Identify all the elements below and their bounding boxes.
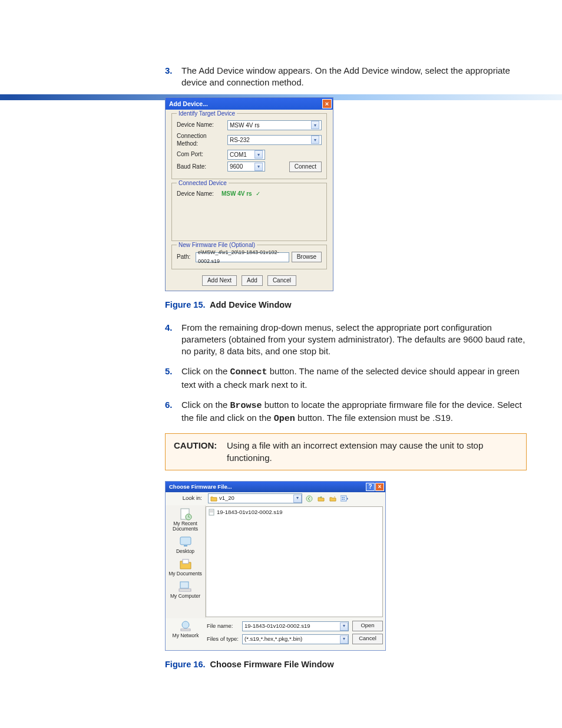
- chevron-down-icon[interactable]: ▾: [340, 635, 348, 644]
- cancel-button[interactable]: Cancel: [352, 634, 383, 644]
- device-name-value: MSW 4V rs: [230, 121, 260, 130]
- chevron-down-icon[interactable]: ▾: [254, 150, 263, 159]
- chevron-down-icon[interactable]: ▾: [340, 622, 348, 631]
- connected-device-label: Device Name:: [177, 190, 222, 198]
- group-title: New Firmware File (Optional): [177, 241, 257, 249]
- figure-15-caption: Figure 15. Add Device Window: [165, 299, 527, 311]
- baud-rate-dropdown[interactable]: 9600 ▾: [227, 162, 265, 172]
- cancel-button[interactable]: Cancel: [267, 275, 296, 286]
- svg-rect-17: [181, 629, 190, 631]
- figure-title: Add Device Window: [210, 300, 291, 309]
- up-folder-icon[interactable]: [316, 494, 326, 503]
- desktop-icon: [178, 535, 193, 548]
- text-fragment: button. The file extension must be .S19.: [295, 413, 453, 423]
- sidebar-label: My Documents: [168, 571, 202, 577]
- path-value: e\MSW_4\v1_20\19-1843-01v102-0002.s19: [198, 248, 287, 266]
- my-computer-icon: [178, 580, 192, 593]
- filetype-dropdown[interactable]: (*.s19,*.hex,*.pkg,*.bin) ▾: [242, 634, 349, 644]
- sidebar-my-documents[interactable]: My Documents: [168, 558, 202, 577]
- recent-documents-icon: [178, 508, 193, 521]
- file-list-area[interactable]: 19-1843-01v102-0002.s19: [206, 506, 383, 617]
- svg-rect-14: [210, 510, 213, 511]
- sidebar-desktop[interactable]: Desktop: [176, 535, 194, 554]
- chevron-down-icon[interactable]: ▾: [293, 495, 302, 503]
- connect-ref: Connect: [230, 367, 267, 377]
- com-port-label: Com Port:: [177, 150, 227, 159]
- sidebar-my-network[interactable]: My Network: [173, 620, 199, 638]
- help-icon[interactable]: ?: [366, 483, 375, 491]
- dialog-titlebar[interactable]: Choose Firmware File... ? ×: [166, 482, 385, 492]
- look-in-value: v1_20: [219, 495, 234, 502]
- content-area: 3. The Add Device window appears. On the…: [165, 65, 527, 670]
- svg-rect-10: [183, 559, 189, 564]
- open-button[interactable]: Open: [352, 621, 383, 631]
- step-number: 4.: [165, 322, 179, 358]
- filename-dropdown[interactable]: 19-1843-01v102-0002.s19 ▾: [242, 621, 349, 631]
- text-fragment: Click on the: [181, 400, 230, 410]
- look-in-dropdown[interactable]: v1_20 ▾: [208, 493, 302, 503]
- step-text: From the remaining drop-down menus, sele…: [181, 322, 527, 358]
- device-name-dropdown[interactable]: MSW 4V rs ▾: [227, 120, 322, 130]
- sidebar-recent-documents[interactable]: My Recent Documents: [166, 508, 205, 532]
- places-sidebar: My Recent Documents Desktop My Documents…: [166, 505, 206, 618]
- firmware-file-group: New Firmware File (Optional) Path: e\MSW…: [171, 245, 327, 269]
- path-label: Path:: [177, 253, 196, 261]
- svg-rect-11: [180, 582, 189, 588]
- file-item[interactable]: 19-1843-01v102-0002.s19: [208, 509, 381, 516]
- sidebar-label: Desktop: [176, 548, 194, 554]
- connection-method-label: Connection Method:: [177, 132, 227, 148]
- browse-button[interactable]: Browse: [292, 252, 322, 262]
- svg-rect-2: [342, 497, 343, 498]
- figure-label: Figure 16.: [165, 660, 206, 669]
- caution-box: CAUTION: Using a file with an incorrect …: [165, 433, 527, 470]
- view-menu-icon[interactable]: [340, 494, 349, 503]
- caution-label: CAUTION:: [174, 440, 227, 464]
- caution-text: Using a file with an incorrect extension…: [227, 440, 518, 464]
- filename-label: File name:: [206, 622, 242, 630]
- figure-title: Choose Firmware File Window: [210, 660, 334, 669]
- com-port-value: COM1: [230, 150, 247, 159]
- back-icon[interactable]: [305, 494, 314, 503]
- step-text: The Add Device window appears. On the Ad…: [181, 65, 527, 89]
- baud-rate-label: Baud Rate:: [177, 163, 227, 171]
- close-icon[interactable]: ×: [322, 99, 332, 108]
- sidebar-my-computer[interactable]: My Computer: [170, 580, 200, 599]
- connect-button[interactable]: Connect: [289, 162, 322, 172]
- folder-icon: [210, 495, 217, 502]
- svg-rect-8: [180, 537, 191, 545]
- group-title: Connected Device: [177, 179, 229, 187]
- connected-device-value: MSW 4V rs: [222, 190, 252, 198]
- chevron-down-icon[interactable]: ▾: [311, 121, 319, 129]
- text-fragment: Click on the: [181, 366, 230, 376]
- my-network-icon: [178, 620, 193, 632]
- connected-device-group: Connected Device Device Name: MSW 4V rs …: [171, 183, 327, 242]
- step-number: 6.: [165, 399, 179, 426]
- com-port-dropdown[interactable]: COM1 ▾: [227, 150, 265, 160]
- add-next-button[interactable]: Add Next: [202, 275, 237, 286]
- svg-rect-15: [210, 512, 213, 512]
- path-field[interactable]: e\MSW_4\v1_20\19-1843-01v102-0002.s19: [196, 252, 289, 262]
- chevron-down-icon[interactable]: ▾: [311, 136, 319, 144]
- add-device-window: Add Device... × Identify Target Device D…: [165, 97, 333, 292]
- filename-value: 19-1843-01v102-0002.s19: [244, 622, 310, 630]
- dialog-toolbar: Look in: v1_20 ▾: [166, 492, 385, 505]
- new-folder-icon[interactable]: [328, 494, 338, 503]
- svg-rect-1: [340, 496, 346, 501]
- my-documents-icon: [178, 558, 193, 571]
- filetype-value: (*.s19,*.hex,*.pkg,*.bin): [244, 635, 302, 643]
- step-number: 5.: [165, 365, 179, 391]
- figure-16-caption: Figure 16. Choose Firmware File Window: [165, 659, 527, 671]
- connection-method-dropdown[interactable]: RS-232 ▾: [227, 135, 322, 145]
- step-number: 3.: [165, 65, 179, 89]
- close-icon[interactable]: ×: [375, 483, 384, 491]
- open-ref: Open: [274, 414, 295, 424]
- add-button[interactable]: Add: [242, 275, 263, 286]
- identify-target-group: Identify Target Device Device Name: MSW …: [171, 113, 327, 179]
- connection-method-value: RS-232: [230, 136, 250, 144]
- chevron-down-icon[interactable]: ▾: [254, 163, 263, 171]
- window-titlebar[interactable]: Add Device... ×: [166, 98, 333, 110]
- choose-firmware-dialog: Choose Firmware File... ? × Look in: v1_…: [165, 481, 386, 651]
- file-icon: [208, 509, 215, 516]
- svg-point-0: [306, 496, 312, 502]
- browse-ref: Browse: [230, 401, 262, 411]
